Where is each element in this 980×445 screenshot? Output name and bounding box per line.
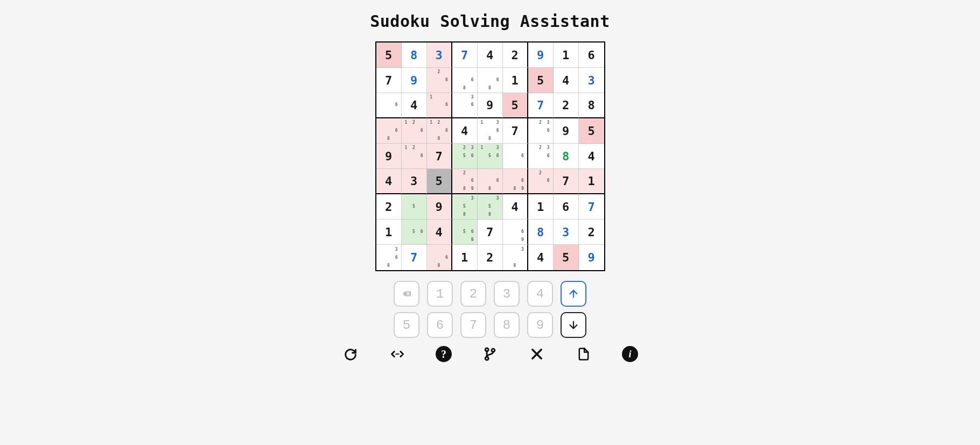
cell-r6-c9[interactable]: 1 bbox=[579, 169, 604, 194]
digit-4-button[interactable]: 4 bbox=[527, 281, 553, 307]
backspace-button[interactable] bbox=[394, 281, 419, 307]
cell-r2-c6[interactable]: 1 bbox=[503, 68, 528, 93]
cell-r1-c1[interactable]: 5 bbox=[376, 43, 402, 68]
cell-r7-c2[interactable]: 5 bbox=[402, 194, 427, 220]
embed-button[interactable] bbox=[389, 345, 406, 363]
cell-r8-c2[interactable]: 56 bbox=[402, 220, 427, 245]
digit-3-button[interactable]: 3 bbox=[494, 281, 520, 307]
cell-r4-c3[interactable]: 1268 bbox=[427, 118, 452, 144]
cell-r7-c8[interactable]: 6 bbox=[554, 194, 579, 220]
cell-r2-c7[interactable]: 5 bbox=[528, 68, 554, 93]
cell-r4-c7[interactable]: 236 bbox=[528, 118, 554, 144]
cell-r3-c3[interactable]: 16 bbox=[427, 93, 452, 118]
cell-r9-c7[interactable]: 4 bbox=[528, 245, 554, 270]
cell-r9-c9[interactable]: 9 bbox=[579, 245, 604, 270]
cell-r7-c7[interactable]: 1 bbox=[528, 194, 554, 220]
cell-r9-c5[interactable]: 2 bbox=[478, 245, 503, 270]
digit-6-button[interactable]: 6 bbox=[427, 312, 453, 338]
cell-r5-c9[interactable]: 4 bbox=[579, 144, 604, 169]
cell-r4-c4[interactable]: 4 bbox=[452, 118, 478, 144]
cell-r9-c6[interactable]: 38 bbox=[503, 245, 528, 270]
cell-r5-c5[interactable]: 1356 bbox=[478, 144, 503, 169]
cell-r2-c5[interactable]: 68 bbox=[478, 68, 503, 93]
cell-r1-c2[interactable]: 8 bbox=[402, 43, 427, 68]
cell-r9-c3[interactable]: 68 bbox=[427, 245, 452, 270]
cell-r2-c8[interactable]: 4 bbox=[554, 68, 579, 93]
arrow-up-button[interactable] bbox=[561, 281, 586, 307]
cell-r4-c5[interactable]: 1368 bbox=[478, 118, 503, 144]
cell-r1-c7[interactable]: 9 bbox=[528, 43, 554, 68]
cell-r3-c9[interactable]: 8 bbox=[579, 93, 604, 118]
cell-r5-c8[interactable]: 8 bbox=[554, 144, 579, 169]
cell-r5-c6[interactable]: 6 bbox=[503, 144, 528, 169]
cell-r6-c8[interactable]: 7 bbox=[554, 169, 579, 194]
cell-r6-c1[interactable]: 4 bbox=[376, 169, 402, 194]
cell-r4-c9[interactable]: 5 bbox=[579, 118, 604, 144]
cell-r8-c5[interactable]: 7 bbox=[478, 220, 503, 245]
cell-r8-c4[interactable]: 569 bbox=[452, 220, 478, 245]
cell-r5-c1[interactable]: 9 bbox=[376, 144, 402, 169]
cell-r8-c7[interactable]: 8 bbox=[528, 220, 554, 245]
cell-r6-c3[interactable]: 5 bbox=[427, 169, 452, 194]
digit-1-button[interactable]: 1 bbox=[427, 281, 453, 307]
cell-r1-c9[interactable]: 6 bbox=[579, 43, 604, 68]
file-button[interactable] bbox=[575, 345, 592, 363]
redo-button[interactable] bbox=[342, 345, 359, 363]
cell-r7-c4[interactable]: 358 bbox=[452, 194, 478, 220]
info-button[interactable]: i bbox=[622, 346, 638, 362]
cell-r8-c8[interactable]: 3 bbox=[554, 220, 579, 245]
cell-r3-c2[interactable]: 4 bbox=[402, 93, 427, 118]
cell-r5-c7[interactable]: 236 bbox=[528, 144, 554, 169]
cell-r3-c6[interactable]: 5 bbox=[503, 93, 528, 118]
cell-r6-c5[interactable]: 68 bbox=[478, 169, 503, 194]
cell-r4-c6[interactable]: 7 bbox=[503, 118, 528, 144]
cell-r3-c7[interactable]: 7 bbox=[528, 93, 554, 118]
cell-r9-c2[interactable]: 7 bbox=[402, 245, 427, 270]
close-button[interactable] bbox=[528, 345, 545, 363]
cell-r2-c4[interactable]: 68 bbox=[452, 68, 478, 93]
cell-r1-c5[interactable]: 4 bbox=[478, 43, 503, 68]
cell-r5-c2[interactable]: 126 bbox=[402, 144, 427, 169]
cell-r4-c1[interactable]: 68 bbox=[376, 118, 402, 144]
digit-7-button[interactable]: 7 bbox=[460, 312, 486, 338]
digit-5-button[interactable]: 5 bbox=[394, 312, 419, 338]
arrow-down-button[interactable] bbox=[561, 312, 586, 338]
cell-r9-c1[interactable]: 368 bbox=[376, 245, 402, 270]
branch-button[interactable] bbox=[481, 345, 499, 363]
cell-r4-c8[interactable]: 9 bbox=[554, 118, 579, 144]
cell-r7-c5[interactable]: 358 bbox=[478, 194, 503, 220]
cell-r2-c2[interactable]: 9 bbox=[402, 68, 427, 93]
cell-r8-c6[interactable]: 69 bbox=[503, 220, 528, 245]
cell-r8-c1[interactable]: 1 bbox=[376, 220, 402, 245]
cell-r2-c9[interactable]: 3 bbox=[579, 68, 604, 93]
cell-r4-c2[interactable]: 126 bbox=[402, 118, 427, 144]
cell-r3-c5[interactable]: 9 bbox=[478, 93, 503, 118]
cell-r5-c4[interactable]: 2356 bbox=[452, 144, 478, 169]
cell-r2-c1[interactable]: 7 bbox=[376, 68, 402, 93]
cell-r2-c3[interactable]: 26 bbox=[427, 68, 452, 93]
cell-r6-c7[interactable]: 26 bbox=[528, 169, 554, 194]
cell-r3-c1[interactable]: 6 bbox=[376, 93, 402, 118]
cell-r7-c3[interactable]: 9 bbox=[427, 194, 452, 220]
help-button[interactable]: ? bbox=[436, 346, 452, 362]
cell-r1-c6[interactable]: 2 bbox=[503, 43, 528, 68]
cell-r9-c4[interactable]: 1 bbox=[452, 245, 478, 270]
cell-r3-c4[interactable]: 36 bbox=[452, 93, 478, 118]
cell-r8-c9[interactable]: 2 bbox=[579, 220, 604, 245]
cell-r6-c6[interactable]: 689 bbox=[503, 169, 528, 194]
digit-9-button[interactable]: 9 bbox=[527, 312, 553, 338]
cell-r1-c4[interactable]: 7 bbox=[452, 43, 478, 68]
cell-r7-c9[interactable]: 7 bbox=[579, 194, 604, 220]
cell-r9-c8[interactable]: 5 bbox=[554, 245, 579, 270]
digit-2-button[interactable]: 2 bbox=[460, 281, 486, 307]
cell-r1-c8[interactable]: 1 bbox=[554, 43, 579, 68]
cell-r1-c3[interactable]: 3 bbox=[427, 43, 452, 68]
cell-r6-c4[interactable]: 2689 bbox=[452, 169, 478, 194]
cell-r8-c3[interactable]: 4 bbox=[427, 220, 452, 245]
cell-r3-c8[interactable]: 2 bbox=[554, 93, 579, 118]
cell-r5-c3[interactable]: 7 bbox=[427, 144, 452, 169]
cell-r7-c1[interactable]: 2 bbox=[376, 194, 402, 220]
digit-8-button[interactable]: 8 bbox=[494, 312, 520, 338]
cell-r6-c2[interactable]: 3 bbox=[402, 169, 427, 194]
cell-r7-c6[interactable]: 4 bbox=[503, 194, 528, 220]
